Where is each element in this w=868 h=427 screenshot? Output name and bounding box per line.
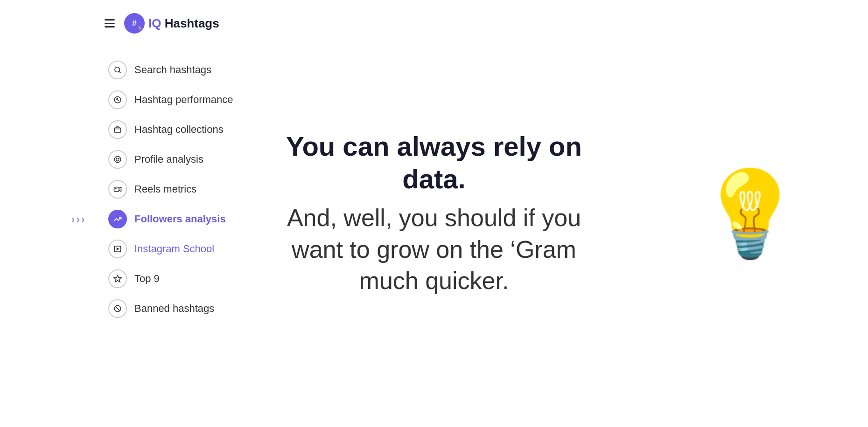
search-icon-circle: [108, 61, 127, 79]
sidebar-item-profile-analysis[interactable]: Profile analysis: [103, 145, 239, 173]
main-headline: You can always rely on data.: [271, 130, 597, 195]
sidebar-item-followers-analysis[interactable]: › › › Followers analysis: [103, 205, 239, 233]
svg-point-4: [114, 156, 121, 163]
svg-rect-7: [114, 187, 119, 192]
svg-rect-8: [115, 188, 117, 189]
chart-icon: [113, 96, 122, 104]
ban-icon-circle: [108, 299, 127, 318]
star-icon: [113, 275, 122, 283]
trending-icon: [113, 215, 122, 223]
logo-text: IQ Hashtags: [148, 16, 219, 31]
sidebar-item-instagram-school[interactable]: Instagram School: [103, 235, 239, 263]
sidebar-item-label: Reels metrics: [134, 183, 196, 195]
sidebar-item-banned-hashtags[interactable]: Banned hashtags: [103, 295, 239, 323]
folder-icon-circle: [108, 120, 127, 139]
play-icon: [113, 245, 122, 253]
logo: IQ Hashtags: [124, 13, 219, 34]
sidebar-item-label: Search hashtags: [134, 64, 211, 76]
active-arrows: › › ›: [71, 212, 85, 227]
svg-line-13: [115, 306, 120, 311]
sidebar-item-label: Banned hashtags: [134, 303, 214, 315]
video-icon: [113, 185, 122, 193]
lightbulb-emoji: 💡: [698, 166, 803, 260]
trending-icon-circle: [108, 210, 127, 228]
chart-icon-circle: [108, 90, 127, 109]
logo-icon: [124, 13, 145, 34]
hamburger-menu[interactable]: [103, 17, 117, 29]
svg-marker-10: [117, 248, 120, 250]
svg-line-1: [119, 71, 120, 73]
face-icon: [113, 155, 122, 164]
svg-point-6: [118, 158, 119, 159]
lightbulb-decoration: 💡: [698, 172, 803, 255]
search-icon: [113, 66, 122, 74]
sidebar-item-hashtag-collections[interactable]: Hashtag collections: [103, 116, 239, 144]
sidebar: Search hashtags Hashtag performance Hash…: [103, 56, 239, 323]
main-content: You can always rely on data. And, well, …: [271, 130, 597, 297]
svg-marker-11: [114, 275, 121, 282]
face-icon-circle: [108, 150, 127, 169]
folder-icon: [113, 125, 122, 134]
sidebar-item-label: Hashtag performance: [134, 94, 233, 106]
sidebar-item-label: Hashtag collections: [134, 124, 224, 136]
sidebar-item-label: Instagram School: [134, 243, 214, 255]
ban-icon: [113, 304, 122, 313]
svg-point-0: [115, 67, 120, 72]
svg-point-5: [116, 158, 117, 159]
sidebar-item-label: Profile analysis: [134, 153, 203, 165]
sidebar-item-hashtag-performance[interactable]: Hashtag performance: [103, 86, 239, 114]
play-icon-circle: [108, 240, 127, 258]
star-icon-circle: [108, 269, 127, 288]
sidebar-item-search-hashtags[interactable]: Search hashtags: [103, 56, 239, 84]
sidebar-item-reels-metrics[interactable]: Reels metrics: [103, 175, 239, 203]
header: IQ Hashtags: [0, 0, 868, 43]
video-icon-circle: [108, 180, 127, 199]
main-subtext: And, well, you should if you want to gro…: [271, 202, 597, 297]
sidebar-item-label: Top 9: [134, 273, 160, 285]
sidebar-item-label: Followers analysis: [134, 213, 226, 225]
sidebar-item-top-9[interactable]: Top 9: [103, 265, 239, 293]
